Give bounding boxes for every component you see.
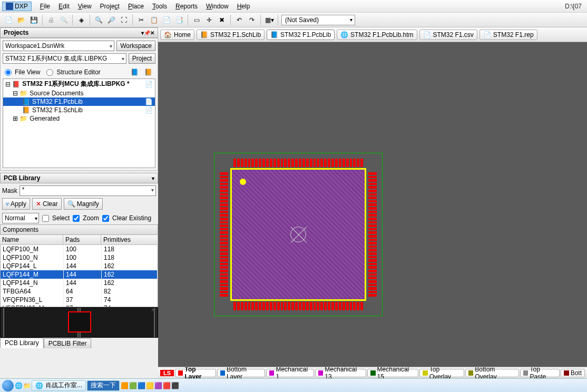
layer-tab[interactable]: Mechanical 1 [266,369,314,377]
tab-pcb-library[interactable]: PCB Library [0,338,44,348]
start-button[interactable] [2,380,14,391]
menu-project[interactable]: Project [96,2,124,11]
grid-icon[interactable]: ▦▾ [264,15,275,25]
layer-tab[interactable]: Bottom Overlay [465,369,519,377]
project-combo[interactable]: STM32 F1系列MCU 集成库.LIBPKG [3,53,126,64]
preview-close-icon[interactable]: ✕ [149,307,158,313]
settings-icon[interactable]: 📙 [143,67,153,77]
zoom-out-icon[interactable]: 🔎 [106,15,116,25]
layer-tab[interactable]: Mechanical 13 [315,369,366,377]
close-icon[interactable]: ✕ [150,30,154,36]
components-grid[interactable]: LQFP100_M100118LQFP100_N100118LQFP144_L1… [0,245,158,307]
mode-dropdown[interactable]: Normal [2,213,39,223]
layer-tab[interactable]: Top Layer [175,369,216,377]
tree-root[interactable]: ⊟ 📕STM32 F1系列MCU 集成库.LIBPKG * 📄 [3,79,155,89]
layer-tab[interactable]: Top Paste [520,369,560,377]
file-view-radio[interactable] [5,69,12,76]
move-icon[interactable]: ✛ [204,15,214,25]
taskbar-app-3[interactable]: 🟦 [138,382,145,389]
preview-icon[interactable]: 🔍 [58,15,69,25]
clear-button[interactable]: ✕Clear [32,198,62,210]
zoom-in-icon[interactable]: 🔍 [93,15,104,25]
menu-tools[interactable]: Tools [148,2,171,11]
tree-pcblib[interactable]: 📘STM32 F1.PcbLib 📄 [3,97,155,106]
taskbar-app-1[interactable]: 🟧 [121,382,128,389]
save-config-dropdown[interactable]: (Not Saved) [281,15,355,25]
workspace-combo[interactable]: Workspace1.DsnWrk [3,41,114,51]
duplicate-icon[interactable]: 📑 [174,15,184,25]
taskbar-explorer-icon[interactable]: 📁 [23,382,31,389]
taskbar-app-6[interactable]: 🟥 [163,382,170,389]
layer-tab[interactable]: Bott [561,369,585,377]
doc-tab[interactable]: 📙STM32 F1.SchLib [197,30,265,40]
apply-button[interactable]: ▿Apply [2,198,30,210]
component-row[interactable]: LQFP100_M100118 [1,245,158,253]
taskbar-item-2[interactable]: 搜索一下 [87,380,120,391]
print-icon[interactable]: 🖨 [46,15,56,25]
dxp-button[interactable]: DXP [2,2,32,11]
cut-icon[interactable]: ✂ [136,15,146,25]
taskbar-app-4[interactable]: 🟨 [146,382,153,389]
pin-icon[interactable]: 📌 [144,30,150,36]
new-icon[interactable]: 📄 [3,15,14,25]
workspace-button[interactable]: Workspace [116,41,155,51]
doc-tab[interactable]: 📄STM32 F1.rep [480,30,537,40]
tree-source-docs[interactable]: ⊟ 📁Source Documents [3,89,155,97]
col-primitives[interactable]: Primitives [101,235,158,244]
menu-edit[interactable]: Edit [54,2,74,11]
taskbar-app-2[interactable]: 🟩 [129,382,136,389]
layer-tab[interactable]: Mechanical 15 [367,369,418,377]
col-name[interactable]: Name [0,235,63,244]
component-row[interactable]: VFQFPN36_L3774 [1,296,158,304]
layer-tab[interactable]: Bottom Layer [217,369,266,377]
menu-view[interactable]: View [74,2,96,11]
menu-reports[interactable]: Reports [171,2,202,11]
layer-set-button[interactable]: LS [160,370,174,376]
zoom-fit-icon[interactable]: ⛶ [119,15,129,25]
save-icon[interactable]: 💾 [28,15,39,25]
tree-schlib[interactable]: 📙STM32 F1.SchLib 📄 [3,106,155,114]
component-row[interactable]: LQFP100_N100118 [1,253,158,262]
clear-existing-checkbox[interactable] [102,215,109,222]
pcblib-dropdown-icon[interactable]: ▾ [152,175,154,181]
col-pads[interactable]: Pads [63,235,101,244]
redo-icon[interactable]: ↷ [247,15,257,25]
doc-tab[interactable]: 📘STM32 F1.PcbLib [267,30,335,40]
menu-help[interactable]: Help [233,2,255,11]
component-row[interactable]: LQFP144_M144162 [1,270,158,279]
doc-tab[interactable]: 🏠Home [160,30,194,40]
select-rect-icon[interactable]: ▭ [191,15,202,25]
layer-tab[interactable]: Top Overlay [419,369,464,377]
tab-pcblib-filter[interactable]: PCBLIB Filter [44,338,92,348]
taskbar-app-5[interactable]: 🟪 [154,382,162,389]
magnify-button[interactable]: 🔍Magnify [64,198,103,210]
deselect-icon[interactable]: ✖ [217,15,227,25]
menu-window[interactable]: Window [202,2,233,11]
copy-icon[interactable]: 📋 [149,15,159,25]
zoom-checkbox[interactable] [73,215,80,222]
projects-panel-header[interactable]: Projects ▾ 📌 ✕ [0,27,158,38]
project-button[interactable]: Project [129,53,155,64]
refresh-icon[interactable]: 📘 [129,67,140,77]
taskbar-item-1[interactable]: 🌐肖战工作室... [32,380,86,391]
taskbar-app-7[interactable]: ⬛ [171,382,179,389]
doc-tab[interactable]: 📄STM32 F1.csv [419,30,477,40]
menu-file[interactable]: File [36,2,54,11]
open-icon[interactable]: 📂 [16,15,26,25]
select-checkbox[interactable] [42,215,49,222]
component-row[interactable]: TFBGA646482 [1,287,158,296]
layers-icon[interactable]: ◈ [76,15,86,25]
paste-icon[interactable]: 📄 [161,15,172,25]
taskbar-ie-icon[interactable]: 🌐 [15,382,22,389]
doc-tab[interactable]: 🌐STM32 F1.PcbLib.htm [337,30,417,40]
tree-generated[interactable]: ⊞ 📁Generated [3,114,155,123]
component-row[interactable]: LQFP144_L144162 [1,262,158,270]
project-tree[interactable]: ⊟ 📕STM32 F1系列MCU 集成库.LIBPKG * 📄 ⊟ 📁Sourc… [3,79,155,168]
pcb-canvas[interactable] [158,42,587,367]
pcblib-panel-header[interactable]: PCB Library ▾ [0,173,158,183]
menu-place[interactable]: Place [124,2,148,11]
component-row[interactable]: LQFP144_N144162 [1,279,158,287]
components-grid-header[interactable]: Name Pads Primitives [0,235,158,245]
undo-icon[interactable]: ↶ [234,15,244,25]
mask-input[interactable]: * [19,185,156,196]
